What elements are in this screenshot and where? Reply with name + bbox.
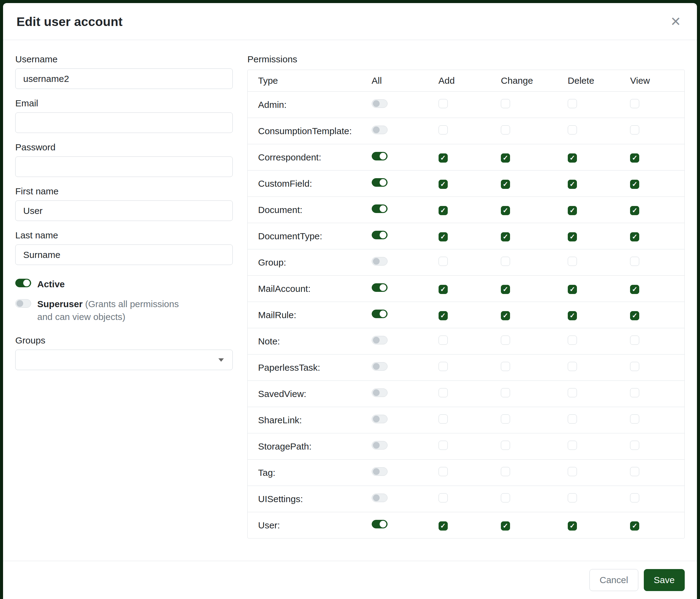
permission-all-toggle[interactable] [372, 257, 388, 266]
permission-add-checkbox[interactable] [439, 362, 448, 371]
permission-add-checkbox[interactable] [439, 232, 448, 241]
permission-delete-checkbox[interactable] [568, 232, 577, 241]
permission-change-checkbox[interactable] [501, 336, 510, 345]
permission-view-checkbox[interactable] [630, 153, 639, 163]
permission-change-checkbox[interactable] [501, 257, 510, 266]
permission-all-toggle[interactable] [372, 388, 388, 397]
permission-all-toggle[interactable] [372, 126, 388, 134]
permission-all-toggle[interactable] [372, 178, 388, 187]
permission-all-toggle[interactable] [372, 494, 388, 502]
permission-change-checkbox[interactable] [501, 414, 510, 424]
permission-view-checkbox[interactable] [630, 99, 639, 108]
permission-view-checkbox[interactable] [630, 285, 639, 294]
permission-all-toggle[interactable] [372, 336, 388, 344]
permission-add-checkbox[interactable] [439, 336, 448, 345]
permission-add-checkbox[interactable] [439, 493, 448, 502]
permission-view-checkbox[interactable] [630, 257, 639, 266]
save-button[interactable]: Save [644, 569, 685, 591]
permission-all-toggle[interactable] [372, 99, 388, 108]
permission-view-checkbox[interactable] [630, 311, 639, 320]
permission-add-checkbox[interactable] [439, 441, 448, 450]
permission-delete-checkbox[interactable] [568, 257, 577, 266]
permission-all-toggle[interactable] [372, 310, 388, 318]
permission-change-checkbox[interactable] [501, 467, 510, 476]
email-field[interactable] [15, 113, 233, 133]
cancel-button[interactable]: Cancel [590, 569, 638, 591]
permission-view-checkbox[interactable] [630, 414, 639, 424]
permission-change-checkbox[interactable] [501, 493, 510, 502]
permission-delete-checkbox[interactable] [568, 441, 577, 450]
superuser-toggle[interactable] [15, 299, 31, 308]
permission-add-checkbox[interactable] [439, 206, 448, 215]
active-toggle[interactable] [15, 279, 31, 287]
permission-change-checkbox[interactable] [501, 362, 510, 371]
permission-change-checkbox[interactable] [501, 311, 510, 320]
first-name-input[interactable] [15, 200, 233, 221]
permission-add-checkbox[interactable] [439, 180, 448, 189]
password-field[interactable] [15, 157, 233, 177]
permission-change-checkbox[interactable] [501, 388, 510, 397]
permission-add-checkbox[interactable] [439, 521, 448, 530]
permission-view-checkbox[interactable] [630, 336, 639, 345]
permission-add-checkbox[interactable] [439, 467, 448, 476]
permission-view-checkbox[interactable] [630, 493, 639, 502]
permission-view-checkbox[interactable] [630, 125, 639, 135]
permission-add-checkbox[interactable] [439, 285, 448, 294]
active-row: Active [15, 278, 233, 291]
superuser-label: Superuser [37, 299, 82, 309]
permission-delete-checkbox[interactable] [568, 467, 577, 476]
close-icon[interactable]: ✕ [668, 14, 683, 29]
permission-change-checkbox[interactable] [501, 232, 510, 241]
permission-all-toggle[interactable] [372, 362, 388, 371]
permission-view-checkbox[interactable] [630, 441, 639, 450]
permission-add-checkbox[interactable] [439, 125, 448, 135]
permission-delete-checkbox[interactable] [568, 153, 577, 163]
username-input[interactable] [15, 69, 233, 89]
permission-delete-checkbox[interactable] [568, 311, 577, 320]
permission-all-toggle[interactable] [372, 205, 388, 213]
permission-delete-checkbox[interactable] [568, 414, 577, 424]
permission-add-checkbox[interactable] [439, 414, 448, 424]
permission-delete-checkbox[interactable] [568, 521, 577, 530]
permission-add-checkbox[interactable] [439, 311, 448, 320]
permission-delete-checkbox[interactable] [568, 493, 577, 502]
permission-delete-checkbox[interactable] [568, 388, 577, 397]
permission-delete-checkbox[interactable] [568, 206, 577, 215]
permission-change-checkbox[interactable] [501, 521, 510, 530]
permission-add-checkbox[interactable] [439, 99, 448, 108]
permission-delete-checkbox[interactable] [568, 285, 577, 294]
permission-delete-checkbox[interactable] [568, 362, 577, 371]
permission-all-toggle[interactable] [372, 520, 388, 528]
permission-view-checkbox[interactable] [630, 388, 639, 397]
permission-view-checkbox[interactable] [630, 467, 639, 476]
permission-change-checkbox[interactable] [501, 180, 510, 189]
permission-row: Document: [248, 196, 684, 223]
permission-change-checkbox[interactable] [501, 206, 510, 215]
permission-all-toggle[interactable] [372, 415, 388, 423]
permission-change-checkbox[interactable] [501, 285, 510, 294]
permission-view-checkbox[interactable] [630, 232, 639, 241]
last-name-input[interactable] [15, 244, 233, 265]
permission-add-checkbox[interactable] [439, 257, 448, 266]
permission-delete-checkbox[interactable] [568, 180, 577, 189]
permission-view-checkbox[interactable] [630, 521, 639, 530]
permission-all-toggle[interactable] [372, 152, 388, 161]
permission-delete-checkbox[interactable] [568, 336, 577, 345]
permission-change-checkbox[interactable] [501, 441, 510, 450]
groups-select[interactable] [15, 350, 233, 370]
permission-view-checkbox[interactable] [630, 180, 639, 189]
permission-all-toggle[interactable] [372, 467, 388, 476]
permission-change-checkbox[interactable] [501, 153, 510, 163]
permission-all-toggle[interactable] [372, 441, 388, 450]
permission-delete-checkbox[interactable] [568, 99, 577, 108]
permission-change-checkbox[interactable] [501, 125, 510, 135]
permission-view-checkbox[interactable] [630, 206, 639, 215]
permission-row: PaperlessTask: [248, 354, 684, 381]
permission-add-checkbox[interactable] [439, 153, 448, 163]
permission-delete-checkbox[interactable] [568, 125, 577, 135]
permission-view-checkbox[interactable] [630, 362, 639, 371]
permission-change-checkbox[interactable] [501, 99, 510, 108]
permission-all-toggle[interactable] [372, 283, 388, 292]
permission-add-checkbox[interactable] [439, 388, 448, 397]
permission-all-toggle[interactable] [372, 231, 388, 239]
